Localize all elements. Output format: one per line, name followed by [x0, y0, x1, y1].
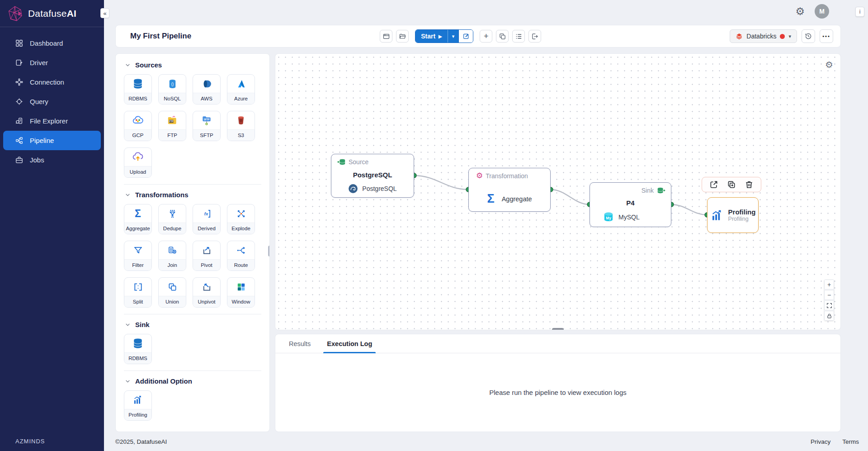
pipeline-canvas[interactable]: Source PostgreSQL PostgreSQL ⚙ Transform… [275, 53, 841, 330]
palette-item-sftp[interactable]: SFTP SFTP [193, 111, 221, 141]
node-transformation-aggregate[interactable]: ⚙ Transformation Σ Aggregate [468, 168, 551, 212]
section-header-additional-option[interactable]: Additional Option [125, 377, 261, 385]
palette-item-union[interactable]: Union [158, 277, 186, 308]
sidebar-item-connection[interactable]: Connection [3, 72, 101, 92]
palette-item-unpivot[interactable]: Unpivot [193, 277, 221, 308]
palette-item-ftp[interactable]: FTP FTP [158, 111, 186, 141]
sidebar-item-dashboard[interactable]: Dashboard [3, 33, 101, 53]
sidebar-item-file-explorer[interactable]: File Explorer [3, 111, 101, 131]
palette-item-sink-rdbms[interactable]: RDBMS [124, 334, 152, 364]
palette-item-window[interactable]: Window [227, 277, 255, 308]
palette-item-route[interactable]: Route [227, 241, 255, 271]
settings-gear-icon[interactable]: ⚙ [795, 6, 805, 17]
nosql-icon: () [159, 75, 186, 93]
edit-pipeline-button[interactable] [458, 30, 473, 43]
lock-button[interactable] [824, 311, 834, 321]
palette-item-nosql[interactable]: () NoSQL [158, 74, 186, 104]
canvas-settings-gear-icon[interactable]: ⚙ [825, 59, 833, 70]
pipeline-header: My First Pipeline Start ▶ ▾ + [115, 25, 841, 47]
zoom-in-button[interactable]: + [824, 280, 834, 290]
copy-icon [499, 33, 506, 40]
palette-item-derived[interactable]: fx Derived [193, 204, 221, 234]
sidebar-item-query[interactable]: Query [3, 92, 101, 111]
explode-icon [227, 204, 255, 223]
section-header-sources[interactable]: Sources [125, 61, 261, 69]
palette-item-join[interactable]: Join [158, 241, 186, 271]
ellipsis-icon: ••• [822, 33, 830, 39]
list-view-button[interactable] [512, 30, 525, 43]
copy-pipeline-button[interactable] [496, 30, 509, 43]
list-icon [515, 33, 523, 40]
topbar: ⚙ M [104, 0, 868, 23]
palette-item-dedupe[interactable]: Dedupe [158, 204, 186, 234]
lock-icon [826, 313, 832, 319]
execution-log-empty-message: Please run the pipeline to view executio… [275, 353, 840, 432]
org-label: AZMINDS [0, 438, 104, 451]
privacy-link[interactable]: Privacy [811, 438, 830, 445]
tab-results[interactable]: Results [281, 334, 319, 353]
save-pipeline-button[interactable] [380, 30, 392, 43]
azure-icon [227, 75, 255, 93]
palette-item-gcp[interactable]: GCP [124, 111, 152, 141]
delete-node-button[interactable] [742, 179, 756, 190]
palette-item-filter[interactable]: Filter [124, 241, 152, 271]
palette-resize-handle[interactable] [268, 246, 270, 256]
palette-item-split[interactable]: Split [124, 277, 152, 308]
section-header-transformations[interactable]: Transformations [125, 191, 261, 199]
sink-db-icon [656, 186, 665, 195]
palette-item-explode[interactable]: Explode [227, 204, 255, 234]
canvas-resize-handle[interactable] [552, 328, 564, 330]
app-logo[interactable]: DatafuseAI [0, 0, 104, 27]
chevron-down-icon [125, 192, 131, 198]
more-options-button[interactable]: ••• [820, 29, 833, 43]
palette-item-aggregate[interactable]: Σ Aggregate [124, 204, 152, 234]
palette-item-s3[interactable]: S3 [227, 111, 255, 141]
section-sources: Sources RDBMS () NoSQL AWS [124, 55, 261, 184]
start-options-dropdown[interactable]: ▾ [448, 30, 459, 43]
profiling-chart-icon [124, 391, 151, 409]
duplicate-node-button[interactable] [724, 179, 739, 190]
rdbms-icon [124, 75, 151, 93]
palette-item-rdbms[interactable]: RDBMS [124, 74, 152, 104]
connection-selector[interactable]: Databricks ▾ [730, 29, 797, 43]
edge-source-transform [414, 176, 468, 190]
fit-view-button[interactable] [824, 300, 834, 310]
section-header-sink[interactable]: Sink [125, 321, 261, 328]
rdbms-icon [124, 334, 151, 352]
node-engine-label: MySQL [618, 214, 640, 221]
svg-text:SFTP: SFTP [204, 119, 209, 121]
file-explorer-icon [15, 117, 24, 125]
info-badge[interactable]: i [855, 7, 864, 17]
edge-sink-profiling [671, 204, 707, 215]
node-source-postgresql[interactable]: Source PostgreSQL PostgreSQL [331, 154, 414, 198]
sidebar-collapse-button[interactable]: « [100, 8, 109, 18]
node-type-label: Sink [642, 187, 654, 194]
export-pipeline-button[interactable] [528, 30, 541, 43]
results-panel: Results Execution Log Please run the pip… [275, 334, 841, 432]
open-pipeline-button[interactable] [396, 30, 409, 43]
connection-name: Databricks [746, 33, 776, 40]
sidebar-item-jobs[interactable]: Jobs [3, 150, 101, 170]
tab-execution-log[interactable]: Execution Log [319, 334, 380, 353]
pivot-icon [193, 241, 220, 259]
query-icon [15, 97, 24, 106]
zoom-out-button[interactable]: − [824, 290, 834, 300]
history-button[interactable] [802, 29, 815, 43]
avatar[interactable]: M [815, 4, 829, 19]
postgresql-icon [348, 184, 358, 194]
palette-item-pivot[interactable]: Pivot [193, 241, 221, 271]
sidebar-item-driver[interactable]: Driver [3, 53, 101, 72]
filter-funnel-icon [124, 241, 151, 259]
terms-link[interactable]: Terms [842, 438, 859, 445]
palette-item-azure[interactable]: Azure [227, 74, 255, 104]
start-button[interactable]: Start ▶ [415, 30, 448, 43]
node-profiling[interactable]: Profiling Profiling [707, 197, 759, 233]
palette-item-profiling[interactable]: Profiling [124, 390, 152, 421]
sidebar-item-pipeline[interactable]: Pipeline [3, 131, 101, 150]
open-node-button[interactable] [707, 179, 721, 190]
palette-item-upload[interactable]: Upload [124, 147, 152, 178]
pipeline-icon [15, 136, 24, 145]
add-node-button[interactable]: + [480, 30, 492, 43]
node-sink-mysql[interactable]: Sink P4 My MySQL [590, 182, 671, 227]
palette-item-aws[interactable]: AWS [193, 74, 221, 104]
